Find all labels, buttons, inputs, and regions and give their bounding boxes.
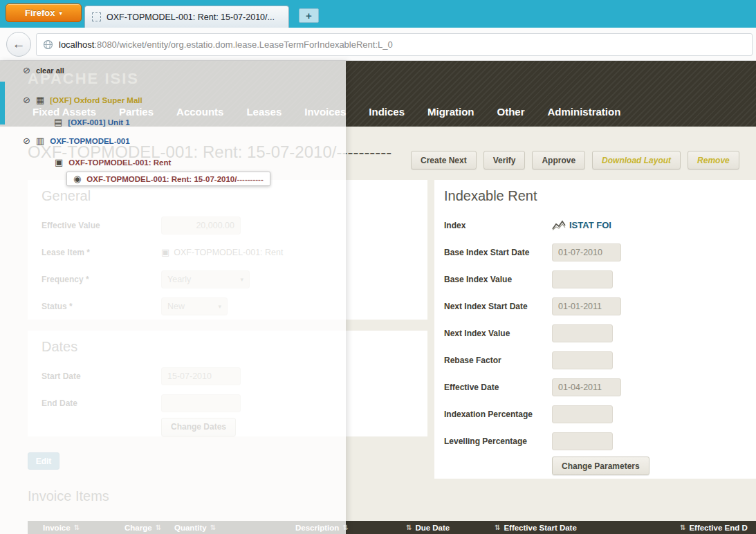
indexation-percentage-input[interactable]: [552, 405, 613, 423]
app-viewport: APACHE ISIS Fixed Assets Parties Account…: [0, 61, 756, 534]
bookmark-label: OXF-TOPMODEL-001: Rent: 15-07-2010/-----…: [86, 175, 263, 183]
nav-item-indices[interactable]: Indices: [369, 106, 405, 118]
window-edge: [0, 82, 5, 125]
back-button[interactable]: ←: [6, 32, 31, 57]
bookmark-label: [OXF] Oxford Super Mall: [50, 96, 142, 104]
next-index-value-input[interactable]: [552, 324, 613, 342]
remove-bookmark-icon[interactable]: ⊘: [23, 136, 30, 145]
next-index-value-row: Next Index Value: [444, 320, 746, 347]
nav-item-other[interactable]: Other: [497, 106, 524, 118]
field-label: Rebase Factor: [444, 356, 552, 365]
index-reference-link[interactable]: ISTAT FOI: [552, 220, 611, 230]
indexation-percentage-row: Indexation Percentage: [444, 400, 746, 427]
firefox-menu-label: Firefox: [25, 8, 55, 18]
overlay-veil: [0, 61, 346, 534]
bookmark-item-lease-item[interactable]: ▣ OXF-TOPMODEL-001: Rent: [55, 158, 171, 167]
bookmark-item-lease-term[interactable]: ◉ OXF-TOPMODEL-001: Rent: 15-07-2010/---…: [66, 172, 270, 186]
remove-button[interactable]: Remove: [688, 151, 739, 169]
bookmark-label: OXF-TOPMODEL-001: [50, 137, 129, 145]
property-icon: ▦: [36, 95, 44, 104]
lease-item-icon: ▣: [55, 158, 63, 167]
bookmark-label: [OXF-001] Unit 1: [68, 118, 129, 127]
bookmark-label: OXF-TOPMODEL-001: Rent: [68, 158, 171, 167]
index-reference-label: ISTAT FOI: [569, 220, 611, 230]
browser-navbar: ← localhost:8080/wicket/entity/org.estat…: [0, 28, 756, 61]
column-label: Effective Start Date: [504, 524, 576, 532]
rebase-factor-input[interactable]: [552, 351, 613, 369]
effective-date-row: Effective Date: [444, 374, 746, 400]
next-index-start-date-input[interactable]: [552, 297, 621, 315]
action-bar: Create Next Verify Approve Download Layo…: [411, 151, 739, 169]
approve-button[interactable]: Approve: [532, 151, 585, 169]
nav-item-migration[interactable]: Migration: [427, 106, 474, 118]
column-label: Effective End D: [689, 524, 747, 532]
nav-item-administration[interactable]: Administration: [548, 106, 621, 118]
index-chart-icon: [552, 220, 566, 230]
download-layout-button[interactable]: Download Layout: [592, 151, 681, 169]
screen: Firefox ▾ OXF-TOPMODEL-001: Rent: 15-07-…: [0, 0, 756, 534]
chevron-down-icon: ▾: [59, 10, 62, 17]
browser-titlebar: Firefox ▾ OXF-TOPMODEL-001: Rent: 15-07-…: [0, 0, 756, 28]
field-label: Base Index Start Date: [444, 248, 552, 257]
base-index-start-date-row: Base Index Start Date: [444, 239, 746, 266]
field-label: Next Index Start Date: [444, 302, 552, 311]
clear-all-icon: ⊘: [23, 66, 30, 75]
url-host: localhost: [59, 39, 94, 50]
field-label: Next Index Value: [444, 329, 552, 338]
field-label: Index: [444, 221, 552, 230]
globe-icon: [43, 39, 53, 50]
url-path: :8080/wicket/entity/org.estatio.dom.leas…: [94, 39, 392, 50]
next-index-start-date-row: Next Index Start Date: [444, 293, 746, 320]
bookmark-item-lease[interactable]: ⊘ ▥ OXF-TOPMODEL-001: [23, 136, 130, 145]
field-label: Indexation Percentage: [444, 409, 552, 419]
new-tab-button[interactable]: +: [299, 8, 319, 23]
levelling-percentage-input[interactable]: [552, 432, 613, 450]
tab-title: OXF-TOPMODEL-001: Rent: 15-07-2010/...: [107, 12, 275, 22]
column-header-effective-start-date[interactable]: ⇅ Effective Start Date: [495, 524, 680, 532]
lease-icon: ▥: [36, 136, 44, 145]
url-text: localhost:8080/wicket/entity/org.estatio…: [59, 39, 393, 50]
effective-date-input[interactable]: [552, 378, 621, 396]
clear-all-label: clear all: [36, 66, 64, 75]
field-label: Base Index Value: [444, 275, 552, 284]
firefox-menu-button[interactable]: Firefox ▾: [6, 3, 82, 22]
create-next-button[interactable]: Create Next: [411, 151, 477, 169]
bookmark-item-unit[interactable]: ▤ [OXF-001] Unit 1: [54, 118, 130, 127]
change-parameters-row: Change Parameters: [444, 454, 746, 477]
levelling-percentage-row: Levelling Percentage: [444, 427, 746, 454]
sort-icon[interactable]: ⇅: [680, 524, 685, 531]
bookmark-item-property[interactable]: ⊘ ▦ [OXF] Oxford Super Mall: [23, 95, 142, 104]
column-header-due-date[interactable]: ⇅ Due Date: [406, 524, 495, 532]
field-label: Effective Date: [444, 383, 552, 392]
field-label: Levelling Percentage: [444, 436, 552, 446]
unit-icon: ▤: [54, 118, 62, 127]
page-favicon-icon: [92, 12, 101, 21]
change-parameters-button[interactable]: Change Parameters: [552, 457, 649, 475]
sort-icon[interactable]: ⇅: [406, 524, 412, 531]
url-bar[interactable]: localhost:8080/wicket/entity/org.estatio…: [36, 33, 753, 56]
base-index-value-row: Base Index Value: [444, 266, 746, 293]
browser-tab[interactable]: OXF-TOPMODEL-001: Rent: 15-07-2010/...: [84, 6, 289, 28]
verify-button[interactable]: Verify: [483, 151, 526, 169]
column-label: Due Date: [415, 524, 450, 532]
bookmark-clear-all[interactable]: ⊘ clear all: [23, 66, 64, 75]
base-index-value-input[interactable]: [552, 270, 613, 288]
sort-icon[interactable]: ⇅: [495, 524, 500, 531]
column-header-effective-end-date[interactable]: ⇅ Effective End D: [680, 524, 756, 532]
indexable-rent-panel: Indexable Rent Index ISTAT FOI Base Inde…: [434, 180, 756, 479]
lease-term-icon: ◉: [73, 174, 81, 183]
index-row: Index ISTAT FOI: [444, 212, 746, 239]
rebase-factor-row: Rebase Factor: [444, 347, 746, 374]
base-index-start-date-input[interactable]: [552, 243, 621, 261]
indexable-rent-title: Indexable Rent: [444, 188, 746, 212]
remove-bookmark-icon[interactable]: ⊘: [23, 95, 30, 104]
